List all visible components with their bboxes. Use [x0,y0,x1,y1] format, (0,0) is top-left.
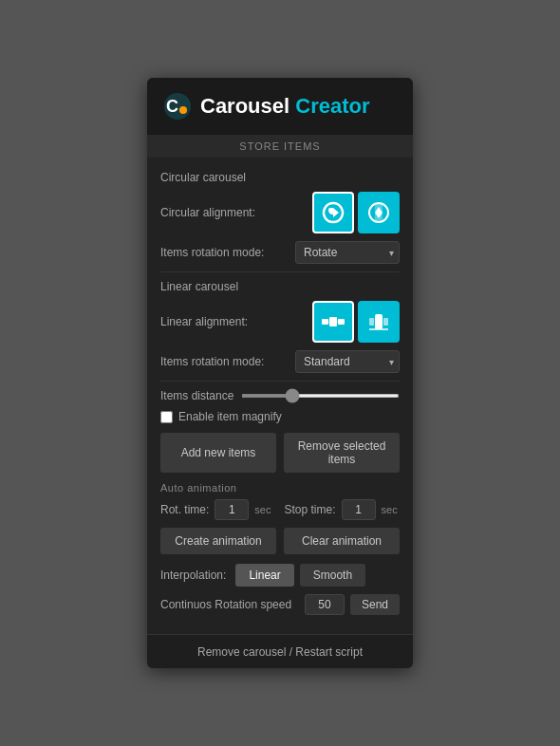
continuous-speed-input[interactable] [305,594,345,615]
circular-rotation-label: Items rotation mode: [160,246,295,259]
svg-rect-9 [369,318,374,326]
store-items-label: STORE ITEMS [147,135,413,158]
animation-btn-row: Create animation Clear animation [160,528,400,554]
send-button[interactable]: Send [350,594,400,615]
enable-magnify-checkbox[interactable] [160,411,173,423]
circular-rotation-select[interactable]: Rotate Standard None [295,241,400,264]
svg-rect-10 [383,318,388,326]
rot-time-input[interactable] [215,499,249,520]
title-carousel: Carousel [200,94,289,118]
time-row: Rot. time: sec Stop time: sec [160,499,400,520]
main-panel: C Carousel Creator STORE ITEMS Circular … [147,78,413,668]
rot-time-label: Rot. time: [160,503,209,516]
linear-align-icon-1 [320,308,346,335]
add-items-button[interactable]: Add new items [160,433,276,473]
divider-1 [160,271,400,272]
enable-magnify-label[interactable]: Enable item magnify [178,410,282,423]
items-btn-row: Add new items Remove selected items [160,433,400,473]
linear-rotation-select-wrap: Rotate Standard None [295,350,400,373]
interpolation-label: Interpolation: [160,569,226,582]
circular-align-btn-1[interactable] [312,192,354,233]
sec-label-2: sec [382,504,398,515]
header: C Carousel Creator [147,78,413,135]
circular-rotation-select-wrap: Rotate Standard None [295,241,400,264]
linear-rotation-row: Items rotation mode: Rotate Standard Non… [160,350,400,373]
linear-alignment-row: Linear alignment: [160,301,400,343]
sec-label-1: sec [254,504,271,515]
clear-animation-button[interactable]: Clear animation [284,528,400,554]
svg-rect-8 [375,314,383,329]
linear-rotation-select[interactable]: Rotate Standard None [295,350,400,373]
linear-rotation-label: Items rotation mode: [160,355,295,368]
linear-align-btn-2[interactable] [358,301,400,343]
title-creator: Creator [295,94,369,118]
linear-align-btn-1[interactable] [312,301,354,343]
logo-icon: C [162,91,193,121]
circular-group-title: Circular carousel [160,171,400,184]
circular-align-icon-2 [365,199,392,226]
linear-group-title: Linear carousel [160,280,400,293]
linear-alignment-label: Linear alignment: [160,315,308,328]
create-animation-button[interactable]: Create animation [160,528,276,554]
app-title: Carousel Creator [200,94,370,119]
svg-text:C: C [166,97,178,116]
circular-rotation-row: Items rotation mode: Rotate Standard Non… [160,241,400,264]
footer: Remove carousel / Restart script [147,634,413,668]
remove-restart-button[interactable]: Remove carousel / Restart script [197,645,363,659]
circular-alignment-label: Circular alignment: [160,206,308,219]
circular-align-icon-1 [320,199,346,226]
stop-time-label: Stop time: [284,503,335,516]
interpolation-row: Interpolation: Linear Smooth [160,564,400,587]
speed-row: Continuos Rotation speed Send [160,594,400,615]
remove-items-button[interactable]: Remove selected items [284,433,400,473]
items-distance-row: Items distance [160,389,400,402]
continuous-label: Continuos Rotation speed [160,598,299,611]
enable-magnify-row: Enable item magnify [160,410,400,423]
divider-2 [160,381,400,382]
linear-interp-button[interactable]: Linear [235,564,293,587]
circular-align-btn-2[interactable] [358,192,400,233]
items-distance-label: Items distance [160,389,233,402]
linear-align-icon-2 [365,308,392,335]
stop-time-input[interactable] [342,499,376,520]
svg-point-2 [179,106,187,114]
content-area: Circular carousel Circular alignment: It… [147,158,413,634]
auto-animation-label: Auto animation [160,482,400,494]
smooth-interp-button[interactable]: Smooth [300,564,365,587]
items-distance-slider[interactable] [241,394,400,398]
circular-alignment-row: Circular alignment: [160,192,400,233]
